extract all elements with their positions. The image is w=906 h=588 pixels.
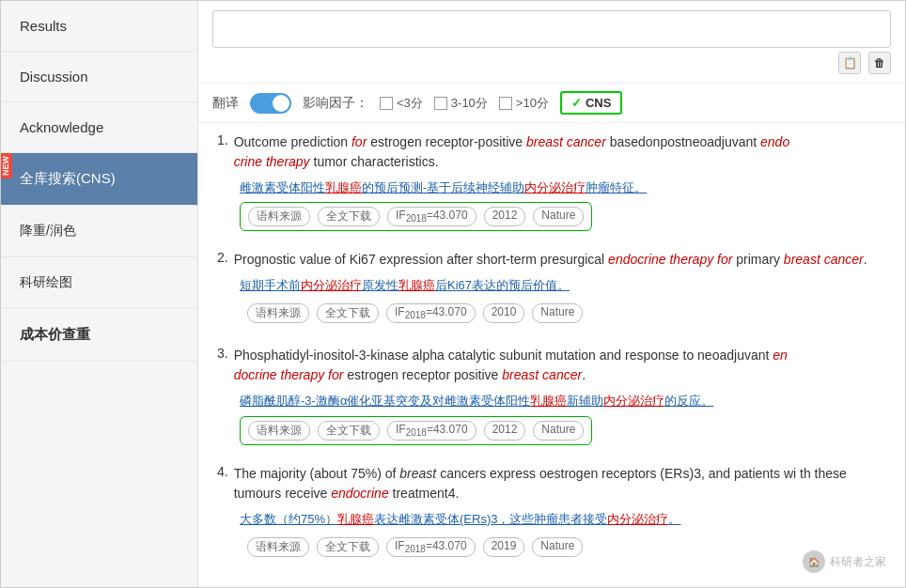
watermark: 🏠 科研者之家 <box>803 550 886 573</box>
tags-row-2: 语料来源 全文下载 IF2018=43.070 2010 Nature <box>240 300 590 327</box>
sidebar-item-rewrite[interactable]: 降重/润色 <box>1 206 197 257</box>
sidebar-item-discussion[interactable]: Discussion <box>1 52 197 102</box>
tags-row-1: 语料来源 全文下载 IF2018=43.070 2012 Nature <box>240 202 592 231</box>
tag-journal-4[interactable]: Nature <box>532 537 583 557</box>
cn1-red2: 内分泌治疗 <box>524 180 586 194</box>
result-title-3: Phosphatidyl-inositol-3-kinase alpha cat… <box>234 346 788 385</box>
title1-italic3: endocrine therapy <box>234 134 790 169</box>
title4-italic1: breast <box>399 466 436 481</box>
tag-year-1[interactable]: 2012 <box>484 207 526 226</box>
filter-gt10-checkbox[interactable] <box>499 97 512 110</box>
search-box-area: 📋 🗑 <box>198 1 905 84</box>
cn3-red1: 乳腺癌 <box>530 394 567 408</box>
filter-lt3-checkbox[interactable] <box>380 97 393 110</box>
main-content: 📋 🗑 翻译 影响因子： <3分 3-10分 >10分 <box>198 1 905 587</box>
watermark-icon: 🏠 <box>803 550 825 573</box>
title3-italic2: breast cancer <box>502 367 582 382</box>
result-cn-4: 大多数（约75%）乳腺癌表达雌激素受体(ERs)3，这些肿瘤患者接受内分泌治疗。 <box>240 511 886 528</box>
title2-italic1: endocrine therapy for <box>608 252 732 267</box>
title1-italic1: for <box>351 134 367 149</box>
result-item-3: 3. Phosphatidyl-inositol-3-kinase alpha … <box>217 346 886 444</box>
tag-source-2[interactable]: 语料来源 <box>247 303 309 323</box>
impact-factor-label: 影响因子： <box>303 95 368 112</box>
tag-if-2[interactable]: IF2018=43.070 <box>386 303 476 323</box>
tag-if-1[interactable]: IF2018=43.070 <box>387 207 476 226</box>
tag-year-4[interactable]: 2019 <box>483 537 525 557</box>
tag-journal-1[interactable]: Nature <box>533 207 584 226</box>
result-tags-2: 语料来源 全文下载 IF2018=43.070 2010 Nature <box>240 300 886 327</box>
tag-source-4[interactable]: 语料来源 <box>247 537 309 557</box>
result-cn-3: 磷脂酰肌醇-3-激酶α催化亚基突变及对雌激素受体阳性乳腺癌新辅助内分泌治疗的反应… <box>240 393 886 410</box>
filter-gt10[interactable]: >10分 <box>499 95 549 112</box>
result-item-1: 1. Outcome prediction for estrogen recep… <box>217 132 886 231</box>
sidebar: Results Discussion Acknowledge NEW 全库搜索(… <box>1 1 198 587</box>
translate-label: 翻译 <box>212 95 239 112</box>
tag-journal-3[interactable]: Nature <box>533 421 584 441</box>
tag-source-3[interactable]: 语料来源 <box>248 421 310 441</box>
filter-lt3[interactable]: <3分 <box>380 95 423 112</box>
sidebar-item-drawing[interactable]: 科研绘图 <box>1 257 197 309</box>
trash-icon[interactable]: 🗑 <box>868 52 891 74</box>
tags-row-4: 语料来源 全文下载 IF2018=43.070 2019 Nature <box>240 534 590 561</box>
tag-year-3[interactable]: 2012 <box>484 421 526 441</box>
result-row-1: 1. Outcome prediction for estrogen recep… <box>217 132 886 176</box>
tag-if-3[interactable]: IF2018=43.070 <box>387 421 476 441</box>
tag-fulltext-2[interactable]: 全文下载 <box>317 303 379 323</box>
result-tags-1: 语料来源 全文下载 IF2018=43.070 2012 Nature <box>240 202 886 231</box>
result-item-2: 2. Prognostic value of Ki67 expression a… <box>217 250 886 327</box>
result-row-2: 2. Prognostic value of Ki67 expression a… <box>217 250 886 273</box>
cn2-red1: 内分泌治疗 <box>301 278 362 292</box>
result-title-2: Prognostic value of Ki67 expression afte… <box>234 250 867 270</box>
cn4-red1: 乳腺癌 <box>337 512 374 526</box>
new-badge: NEW <box>0 153 12 178</box>
toggle-knob <box>273 95 289 112</box>
sidebar-item-cns[interactable]: NEW 全库搜索(CNS) <box>1 153 197 206</box>
title4-italic2: endocrine <box>331 486 389 501</box>
result-num-4: 4. <box>217 464 228 507</box>
cns-filter-badge[interactable]: ✓ CNS <box>560 91 622 115</box>
tag-journal-2[interactable]: Nature <box>532 303 583 323</box>
sidebar-item-acknowledge[interactable]: Acknowledge <box>1 102 197 153</box>
title1-italic2: breast cancer <box>526 134 606 149</box>
result-row-3: 3. Phosphatidyl-inositol-3-kinase alpha … <box>217 346 886 389</box>
tag-if-4[interactable]: IF2018=43.070 <box>386 537 476 557</box>
sidebar-item-cost[interactable]: 成本价查重 <box>1 309 197 362</box>
tag-fulltext-3[interactable]: 全文下载 <box>318 421 380 441</box>
result-item-4: 4. The majority (about 75%) of breast ca… <box>217 464 886 561</box>
result-cn-2: 短期手术前内分泌治疗原发性乳腺癌后Ki67表达的预后价值。 <box>240 277 886 294</box>
tag-fulltext-4[interactable]: 全文下载 <box>317 537 379 557</box>
cns-checkmark: ✓ <box>571 96 582 110</box>
result-title-1: Outcome prediction for estrogen receptor… <box>234 132 790 172</box>
result-num-3: 3. <box>217 346 228 389</box>
cn2-red2: 乳腺癌 <box>398 278 435 292</box>
result-num-2: 2. <box>217 250 228 273</box>
filter-3-10-checkbox[interactable] <box>434 97 447 110</box>
tag-source-1[interactable]: 语料来源 <box>248 207 310 226</box>
tag-fulltext-1[interactable]: 全文下载 <box>318 207 380 226</box>
result-tags-4: 语料来源 全文下载 IF2018=43.070 2019 Nature <box>240 534 886 561</box>
result-row-4: 4. The majority (about 75%) of breast ca… <box>217 464 886 507</box>
sidebar-item-results[interactable]: Results <box>1 1 197 52</box>
result-cn-1: 雌激素受体阳性乳腺癌的预后预测-基于后续神经辅助内分泌治疗肿瘤特征。 <box>240 179 886 196</box>
watermark-text: 科研者之家 <box>830 554 886 570</box>
results-area: 1. Outcome prediction for estrogen recep… <box>198 123 905 587</box>
cn3-red2: 内分泌治疗 <box>603 394 664 408</box>
result-num-1: 1. <box>217 132 228 176</box>
search-icons: 📋 🗑 <box>212 48 891 78</box>
filter-bar: 翻译 影响因子： <3分 3-10分 >10分 ✓ CNS <box>198 84 905 123</box>
cn1-red1: 乳腺癌 <box>325 180 362 194</box>
result-tags-3: 语料来源 全文下载 IF2018=43.070 2012 Nature <box>240 416 886 445</box>
copy-icon[interactable]: 📋 <box>838 52 861 74</box>
result-title-4: The majority (about 75%) of breast cance… <box>234 464 886 503</box>
translate-toggle[interactable] <box>250 93 291 114</box>
tag-year-2[interactable]: 2010 <box>483 303 525 323</box>
search-input[interactable] <box>212 10 891 48</box>
cn4-red2: 内分泌治疗 <box>607 512 668 526</box>
tags-row-3: 语料来源 全文下载 IF2018=43.070 2012 Nature <box>240 416 592 445</box>
filter-3-10[interactable]: 3-10分 <box>434 95 488 112</box>
title2-italic2: breast cancer <box>784 252 864 267</box>
